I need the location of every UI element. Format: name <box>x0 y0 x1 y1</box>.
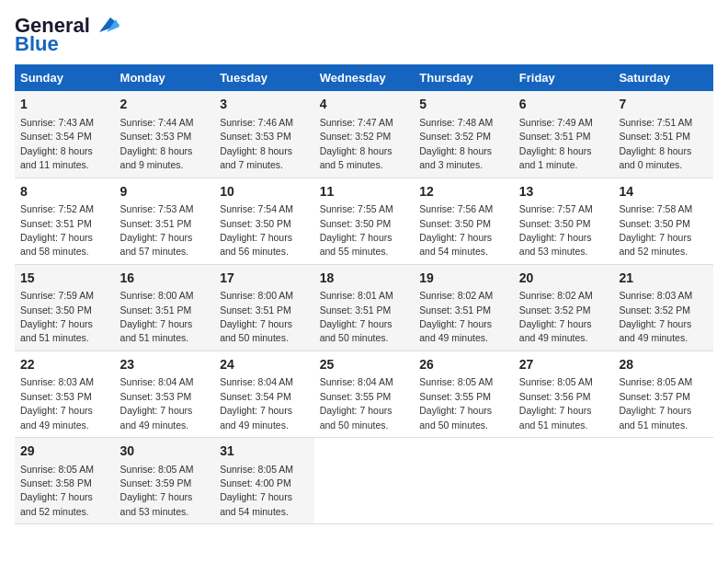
sunrise: Sunrise: 7:53 AM <box>120 203 194 214</box>
sunset: Sunset: 3:51 PM <box>519 131 591 142</box>
sunset: Sunset: 3:58 PM <box>20 477 92 488</box>
calendar-week-5: 29 Sunrise: 8:05 AM Sunset: 3:58 PM Dayl… <box>15 438 713 524</box>
calendar-cell: 15 Sunrise: 7:59 AM Sunset: 3:50 PM Dayl… <box>15 264 115 350</box>
day-number: 22 <box>20 356 109 374</box>
daylight: Daylight: 7 hours and 55 minutes. <box>320 232 392 257</box>
daylight: Daylight: 8 hours and 7 minutes. <box>220 145 292 170</box>
daylight: Daylight: 8 hours and 9 minutes. <box>120 145 193 170</box>
logo: General Blue <box>15 15 119 55</box>
page-header: General Blue <box>15 15 713 55</box>
day-number: 2 <box>120 96 210 114</box>
sunset: Sunset: 3:50 PM <box>20 304 92 316</box>
sunset: Sunset: 3:54 PM <box>220 391 291 402</box>
calendar-cell: 8 Sunrise: 7:52 AM Sunset: 3:51 PM Dayli… <box>15 178 115 264</box>
calendar-cell: 22 Sunrise: 8:03 AM Sunset: 3:53 PM Dayl… <box>15 350 115 437</box>
daylight: Daylight: 7 hours and 49 minutes. <box>20 405 93 430</box>
daylight: Daylight: 7 hours and 52 minutes. <box>20 491 93 516</box>
sunrise: Sunrise: 8:03 AM <box>20 376 94 387</box>
day-number: 26 <box>419 356 508 374</box>
calendar-cell <box>514 438 614 524</box>
calendar-cell: 20 Sunrise: 8:02 AM Sunset: 3:52 PM Dayl… <box>514 264 614 350</box>
calendar-cell: 26 Sunrise: 8:05 AM Sunset: 3:55 PM Dayl… <box>414 350 514 437</box>
calendar-week-1: 1 Sunrise: 7:43 AM Sunset: 3:54 PM Dayli… <box>15 91 713 178</box>
sunrise: Sunrise: 8:05 AM <box>519 376 593 387</box>
sunset: Sunset: 3:52 PM <box>419 131 491 142</box>
header-saturday: Saturday <box>613 64 713 91</box>
day-number: 13 <box>519 183 609 201</box>
calendar-cell: 17 Sunrise: 8:00 AM Sunset: 3:51 PM Dayl… <box>214 264 314 350</box>
day-number: 21 <box>619 270 708 288</box>
sunrise: Sunrise: 8:05 AM <box>419 376 493 387</box>
calendar-cell: 5 Sunrise: 7:48 AM Sunset: 3:52 PM Dayli… <box>414 91 514 178</box>
sunrise: Sunrise: 8:02 AM <box>419 290 493 301</box>
sunset: Sunset: 3:50 PM <box>419 218 491 229</box>
sunset: Sunset: 3:52 PM <box>320 131 392 142</box>
day-number: 10 <box>220 183 309 201</box>
daylight: Daylight: 8 hours and 11 minutes. <box>20 145 93 170</box>
daylight: Daylight: 7 hours and 51 minutes. <box>20 318 93 343</box>
calendar-cell: 2 Sunrise: 7:44 AM Sunset: 3:53 PM Dayli… <box>115 91 215 178</box>
daylight: Daylight: 7 hours and 57 minutes. <box>120 232 193 257</box>
day-number: 14 <box>619 183 708 201</box>
daylight: Daylight: 8 hours and 3 minutes. <box>419 145 492 170</box>
calendar-cell: 19 Sunrise: 8:02 AM Sunset: 3:51 PM Dayl… <box>414 264 514 350</box>
sunset: Sunset: 3:51 PM <box>120 304 192 316</box>
sunset: Sunset: 3:53 PM <box>220 131 291 142</box>
sunrise: Sunrise: 7:46 AM <box>220 117 293 128</box>
sunrise: Sunrise: 8:02 AM <box>519 290 593 301</box>
header-thursday: Thursday <box>414 64 514 91</box>
calendar-cell: 7 Sunrise: 7:51 AM Sunset: 3:51 PM Dayli… <box>613 91 713 178</box>
sunrise: Sunrise: 7:51 AM <box>619 117 692 128</box>
daylight: Daylight: 7 hours and 49 minutes. <box>619 318 691 343</box>
calendar-cell: 18 Sunrise: 8:01 AM Sunset: 3:51 PM Dayl… <box>314 264 415 350</box>
daylight: Daylight: 7 hours and 49 minutes. <box>120 405 193 430</box>
calendar-cell: 25 Sunrise: 8:04 AM Sunset: 3:55 PM Dayl… <box>314 350 415 437</box>
header-wednesday: Wednesday <box>314 64 415 91</box>
sunset: Sunset: 3:51 PM <box>619 131 690 142</box>
daylight: Daylight: 7 hours and 53 minutes. <box>120 491 193 516</box>
day-number: 27 <box>519 356 609 374</box>
calendar-table: SundayMondayTuesdayWednesdayThursdayFrid… <box>15 64 713 524</box>
day-number: 4 <box>320 96 409 114</box>
sunset: Sunset: 3:51 PM <box>220 304 291 316</box>
calendar-cell: 6 Sunrise: 7:49 AM Sunset: 3:51 PM Dayli… <box>514 91 614 178</box>
day-number: 19 <box>419 270 508 288</box>
sunset: Sunset: 3:51 PM <box>20 218 92 229</box>
day-number: 17 <box>220 270 309 288</box>
calendar-header-row: SundayMondayTuesdayWednesdayThursdayFrid… <box>15 64 713 91</box>
calendar-cell: 30 Sunrise: 8:05 AM Sunset: 3:59 PM Dayl… <box>115 438 215 524</box>
sunset: Sunset: 3:50 PM <box>619 218 690 229</box>
sunrise: Sunrise: 7:56 AM <box>419 203 493 214</box>
sunrise: Sunrise: 8:04 AM <box>120 376 194 387</box>
sunrise: Sunrise: 7:55 AM <box>320 203 393 214</box>
daylight: Daylight: 7 hours and 58 minutes. <box>20 232 93 257</box>
calendar-cell: 3 Sunrise: 7:46 AM Sunset: 3:53 PM Dayli… <box>214 91 314 178</box>
sunrise: Sunrise: 8:00 AM <box>220 290 293 301</box>
sunrise: Sunrise: 8:04 AM <box>220 376 293 387</box>
sunset: Sunset: 3:53 PM <box>20 391 92 402</box>
sunrise: Sunrise: 8:05 AM <box>220 464 293 475</box>
day-number: 12 <box>419 183 508 201</box>
daylight: Daylight: 7 hours and 50 minutes. <box>320 318 392 343</box>
day-number: 28 <box>619 356 708 374</box>
header-monday: Monday <box>115 64 215 91</box>
sunset: Sunset: 3:51 PM <box>419 304 491 316</box>
calendar-cell: 16 Sunrise: 8:00 AM Sunset: 3:51 PM Dayl… <box>115 264 215 350</box>
sunrise: Sunrise: 8:04 AM <box>320 376 393 387</box>
day-number: 24 <box>220 356 309 374</box>
daylight: Daylight: 7 hours and 51 minutes. <box>619 405 691 430</box>
calendar-cell: 13 Sunrise: 7:57 AM Sunset: 3:50 PM Dayl… <box>514 178 614 264</box>
sunset: Sunset: 3:57 PM <box>619 391 690 402</box>
logo-icon <box>92 16 119 36</box>
calendar-cell: 9 Sunrise: 7:53 AM Sunset: 3:51 PM Dayli… <box>115 178 215 264</box>
daylight: Daylight: 7 hours and 51 minutes. <box>519 405 592 430</box>
sunset: Sunset: 3:51 PM <box>320 304 392 316</box>
sunset: Sunset: 3:52 PM <box>519 304 591 316</box>
calendar-cell: 10 Sunrise: 7:54 AM Sunset: 3:50 PM Dayl… <box>214 178 314 264</box>
daylight: Daylight: 7 hours and 50 minutes. <box>320 405 392 430</box>
sunrise: Sunrise: 7:57 AM <box>519 203 593 214</box>
calendar-cell <box>613 438 713 524</box>
daylight: Daylight: 7 hours and 51 minutes. <box>120 318 193 343</box>
daylight: Daylight: 8 hours and 0 minutes. <box>619 145 691 170</box>
calendar-cell: 21 Sunrise: 8:03 AM Sunset: 3:52 PM Dayl… <box>613 264 713 350</box>
